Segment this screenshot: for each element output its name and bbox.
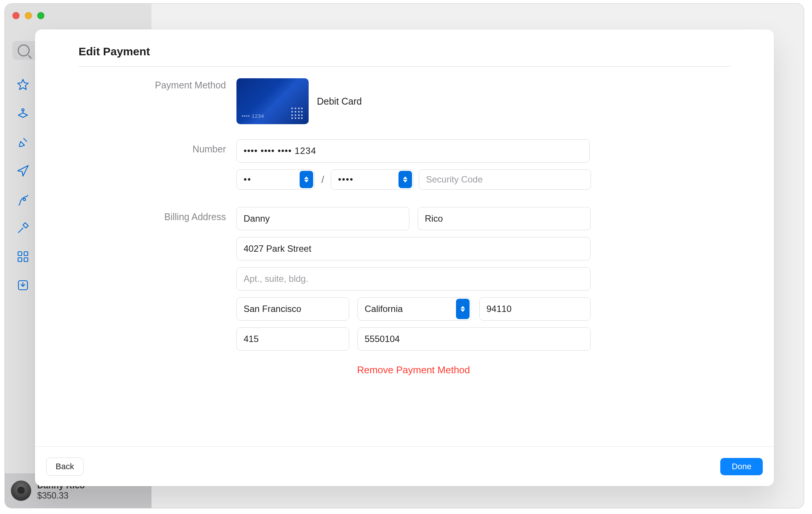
exp-month-value: •• — [244, 174, 251, 185]
phone-row: 415 5550104 — [236, 327, 591, 351]
city-input[interactable]: San Francisco — [236, 297, 349, 321]
sheet-title: Edit Payment — [79, 45, 730, 58]
card-number-input[interactable]: •••• •••• •••• 1234 — [236, 139, 590, 163]
card-last-four: •••• 1234 — [242, 113, 264, 119]
sheet-footer: Back Done — [35, 446, 774, 486]
back-button-label: Back — [56, 462, 74, 471]
city-state-zip-row: San Francisco California 94110 — [236, 297, 591, 321]
stepper-icon — [456, 299, 470, 319]
label-billing-address: Billing Address — [79, 207, 236, 222]
area-code-input[interactable]: 415 — [236, 327, 349, 351]
name-row: Danny Rico — [236, 207, 591, 230]
state-select[interactable]: California — [358, 297, 471, 321]
state-value: California — [365, 304, 403, 314]
sheet-header: Edit Payment — [35, 29, 774, 58]
apt-placeholder: Apt., suite, bldg. — [244, 274, 308, 284]
street-input[interactable]: 4027 Park Street — [236, 237, 591, 260]
stepper-icon — [300, 171, 313, 188]
back-button[interactable]: Back — [46, 458, 83, 476]
done-button-label: Done — [732, 462, 751, 471]
card-number-value: •••• •••• •••• 1234 — [244, 146, 316, 156]
remove-row: Remove Payment Method — [236, 364, 591, 376]
phone-value: 5550104 — [365, 334, 400, 344]
security-code-placeholder: Security Code — [426, 174, 483, 185]
phone-input[interactable]: 5550104 — [358, 327, 591, 351]
security-code-input[interactable]: Security Code — [419, 169, 591, 190]
row-payment-method: Payment Method •••• 1234 Debit Card — [79, 78, 730, 124]
row-billing-address: Billing Address Danny Rico 4027 Park Str… — [79, 207, 730, 351]
payment-method-display: •••• 1234 Debit Card — [236, 78, 730, 124]
edit-payment-sheet: Edit Payment Payment Method •••• 1234 — [35, 29, 774, 486]
payment-form: Payment Method •••• 1234 Debit Card — [79, 78, 730, 376]
chip-icon — [291, 108, 303, 120]
exp-year-select[interactable]: •••• — [331, 169, 414, 190]
exp-year-value: •••• — [338, 174, 354, 185]
area-code-value: 415 — [244, 334, 259, 344]
first-name-input[interactable]: Danny — [236, 207, 409, 230]
zip-value: 94110 — [486, 304, 512, 314]
divider — [79, 66, 730, 67]
billing-controls: Danny Rico 4027 Park Street Apt., suite,… — [236, 207, 730, 351]
label-number: Number — [79, 139, 236, 155]
zip-input[interactable]: 94110 — [479, 297, 591, 321]
street-value: 4027 Park Street — [244, 243, 311, 254]
card-type-label: Debit Card — [317, 96, 362, 107]
expiry-security-row: •• / •••• Security Code — [236, 169, 591, 190]
first-name-value: Danny — [244, 213, 270, 224]
label-payment-method: Payment Method — [79, 78, 236, 91]
slash-separator: / — [320, 174, 326, 186]
row-number: Number •••• •••• •••• 1234 •• / — [79, 139, 730, 190]
number-controls: •••• •••• •••• 1234 •• / •••• — [236, 139, 730, 190]
viewport: Danny Rico $350.33 Edit Payment Payment … — [0, 0, 812, 514]
city-value: San Francisco — [244, 304, 301, 314]
card-visual: •••• 1234 — [236, 78, 309, 124]
stepper-icon — [398, 171, 412, 188]
last-name-input[interactable]: Rico — [418, 207, 591, 230]
done-button[interactable]: Done — [720, 458, 763, 475]
apt-input[interactable]: Apt., suite, bldg. — [236, 267, 591, 290]
remove-payment-link[interactable]: Remove Payment Method — [357, 364, 470, 376]
exp-month-select[interactable]: •• — [236, 169, 315, 190]
last-name-value: Rico — [425, 213, 443, 224]
app-window: Danny Rico $350.33 Edit Payment Payment … — [5, 4, 804, 508]
